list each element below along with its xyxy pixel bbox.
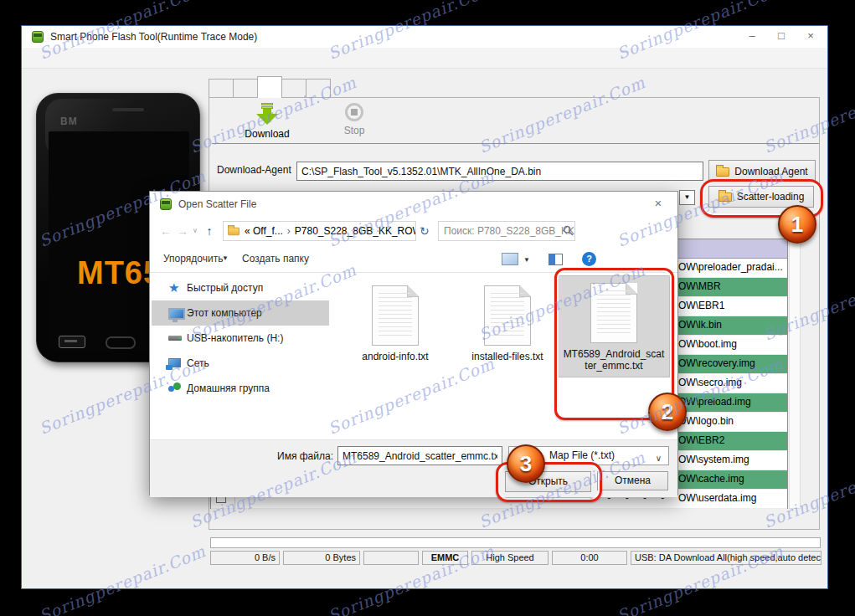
- filetype-caret-icon: ∨: [656, 449, 662, 467]
- text-file-icon: [484, 285, 531, 346]
- sidebar-item-label: Этот компьютер: [187, 300, 262, 326]
- stop-icon: [345, 103, 363, 121]
- search-input[interactable]: Поиск: P780_S228_8GB_KK_R...: [438, 221, 575, 241]
- partition-location: OW\MBR: [678, 280, 721, 292]
- breadcrumb-separator: ›: [287, 222, 291, 240]
- menu-item[interactable]: [42, 48, 62, 68]
- history-dropdown-icon[interactable]: ∨: [190, 220, 200, 242]
- sidebar-item[interactable]: Этот компьютер: [152, 300, 329, 326]
- pc-icon: [168, 308, 185, 320]
- partition-location: OW\logo.bin: [678, 415, 734, 427]
- home-icon: [168, 382, 182, 395]
- navigation-row: ← → ∨ ↑ « Off_f... › P780_S228_8GB_KK_RO…: [150, 220, 677, 244]
- scatter-file-combo-dropdown[interactable]: ▼: [679, 190, 695, 205]
- view-thumbnails-icon[interactable]: [502, 253, 518, 265]
- folder-icon: [716, 167, 729, 177]
- partition-location: OW\secro.img: [678, 377, 742, 388]
- file-name: android-info.txt: [341, 351, 450, 367]
- address-bar[interactable]: « Off_f... › P780_S228_8GB_KK_ROW ∨: [223, 221, 416, 241]
- refresh-icon[interactable]: ↻: [420, 223, 430, 239]
- menu-bar: [22, 48, 827, 69]
- stop-action-label: Stop: [329, 125, 379, 136]
- partition-location: OW\recovery.img: [678, 357, 755, 369]
- sidebar-item[interactable]: Домашняя группа: [152, 376, 329, 401]
- annotation-step-3: 3: [507, 444, 545, 483]
- breadcrumb-root[interactable]: « Off_f...: [245, 222, 283, 240]
- dialog-title-bar: Open Scatter File ×: [150, 192, 677, 217]
- tab[interactable]: [306, 79, 331, 98]
- status-usb-mode: USB: DA Download All(high speed,auto det…: [631, 551, 822, 565]
- sidebar-item-label: Домашняя группа: [187, 376, 270, 401]
- net-icon: [168, 358, 181, 367]
- folder-icon: [228, 227, 240, 234]
- star-icon: [168, 281, 182, 295]
- preview-pane-icon[interactable]: [549, 254, 563, 265]
- file-name: installed-files.txt: [453, 351, 562, 367]
- menu-item[interactable]: [62, 48, 82, 68]
- organize-caret-icon: ▼: [222, 254, 229, 262]
- partition-location: OW\userdata.img: [678, 492, 756, 504]
- filename-input[interactable]: [337, 446, 502, 465]
- status-bytes: 0 Bytes: [283, 551, 360, 565]
- tab[interactable]: [233, 79, 258, 98]
- phone-menu-button: [59, 336, 85, 348]
- partition-location: OW\EBR1: [678, 300, 724, 311]
- up-icon[interactable]: ↑: [202, 220, 217, 242]
- usb-icon: [168, 336, 182, 341]
- tab[interactable]: [257, 76, 282, 98]
- maximize-button[interactable]: □: [769, 26, 794, 48]
- organize-menu[interactable]: Упорядочить: [163, 253, 223, 264]
- annotation-step-1: 1: [778, 205, 816, 244]
- sidebar-item[interactable]: USB-накопитель (H:): [152, 326, 329, 351]
- stop-action[interactable]: Stop: [329, 103, 379, 136]
- dialog-close-icon[interactable]: ×: [647, 192, 669, 217]
- minimize-button[interactable]: –: [739, 26, 765, 48]
- app-icon: [32, 31, 44, 43]
- partition-location: OW\EBR2: [678, 434, 724, 446]
- breadcrumb-folder[interactable]: P780_S228_8GB_KK_ROW: [295, 222, 416, 240]
- cancel-button[interactable]: Отмена: [597, 471, 668, 490]
- flash-progress-bar: [210, 537, 821, 548]
- tab[interactable]: [209, 79, 234, 98]
- sidebar-item[interactable]: Быстрый доступ: [152, 275, 329, 300]
- partition-location: OW\boot.img: [678, 338, 737, 350]
- dialog-sidebar: Быстрый доступ Этот компьютер USB-накопи…: [152, 275, 329, 439]
- phone-brand-label: BM: [60, 116, 78, 127]
- phone-home-button: [106, 336, 136, 349]
- download-action-label: Download: [229, 128, 305, 140]
- file-item[interactable]: android-info.txt: [341, 279, 450, 367]
- search-icon: [563, 225, 574, 236]
- forward-icon[interactable]: →: [175, 220, 190, 242]
- title-bar: Smart Phone Flash Tool(Runtime Trace Mod…: [22, 26, 827, 49]
- toolbar-separator: [212, 143, 819, 144]
- back-icon[interactable]: ←: [158, 220, 173, 242]
- download-agent-label: Download-Agent: [217, 161, 291, 179]
- sidebar-item-label: USB-накопитель (H:): [187, 326, 283, 351]
- download-agent-button-label: Download Agent: [734, 166, 807, 177]
- dialog-title: Open Scatter File: [178, 192, 256, 217]
- view-dropdown-icon[interactable]: ▼: [523, 256, 530, 264]
- filename-label: Имя файла:: [277, 450, 333, 462]
- partition-location: OW\cache.img: [678, 473, 744, 485]
- partition-location: OW\preload.img: [678, 396, 751, 408]
- tab-strip: [209, 79, 330, 98]
- table-scrollbar[interactable]: [789, 239, 801, 509]
- status-usb-speed: High Speed: [471, 551, 549, 565]
- help-icon[interactable]: ?: [582, 252, 596, 266]
- window-title: Smart Phone Flash Tool(Runtime Trace Mod…: [50, 26, 257, 48]
- status-storage-type: EMMC: [422, 551, 468, 565]
- tab[interactable]: [281, 79, 306, 98]
- download-agent-path-input[interactable]: [296, 162, 703, 181]
- file-item[interactable]: installed-files.txt: [453, 279, 562, 367]
- download-action[interactable]: Download: [229, 103, 305, 140]
- partition-location: OW\preloader_pradai...: [678, 261, 783, 273]
- menu-item[interactable]: [22, 48, 42, 68]
- sidebar-item[interactable]: Сеть: [152, 351, 329, 376]
- partition-location: OW\system.img: [678, 454, 749, 465]
- filetype-value: Map File (*.txt): [549, 449, 615, 461]
- status-elapsed-time: 0:00: [552, 551, 627, 565]
- new-folder-button[interactable]: Создать папку: [242, 253, 309, 264]
- menu-item[interactable]: [82, 48, 102, 68]
- close-button[interactable]: ×: [798, 26, 823, 48]
- text-file-icon: [372, 285, 419, 346]
